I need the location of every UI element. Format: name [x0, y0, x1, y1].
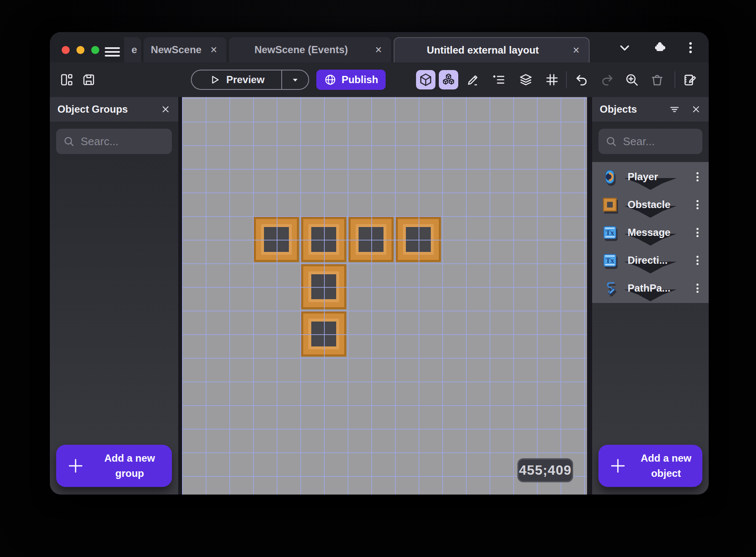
globe-icon [324, 73, 337, 86]
edit-scene-properties-icon[interactable] [682, 71, 699, 88]
tab-label: NewScene [144, 44, 209, 56]
object-groups-list-empty [50, 162, 178, 445]
obstacle-tile-instance[interactable] [254, 217, 299, 262]
caret-down-icon [291, 75, 300, 84]
chevron-down-icon[interactable] [618, 41, 631, 54]
object-row-directions[interactable]: Tx Directi... [592, 246, 709, 274]
search-icon [605, 135, 617, 147]
instance-properties-icon[interactable] [490, 71, 507, 88]
objects-search-input[interactable] [623, 135, 696, 148]
object-name: Directi... [628, 254, 692, 266]
obstacle-tile-instance[interactable] [396, 217, 441, 262]
toolbar: Preview Publish [50, 62, 709, 97]
object-row-player[interactable]: Player [592, 163, 709, 191]
object-name: Message [628, 227, 692, 238]
canvas-grid [182, 97, 587, 495]
preview-button-group: Preview [191, 70, 309, 90]
object-menu-kebab-icon[interactable] [692, 171, 703, 183]
objects-panel-toggle-button[interactable] [416, 70, 435, 89]
add-group-button[interactable]: Add a new group [56, 445, 172, 487]
tab-close-icon[interactable]: × [373, 43, 391, 57]
cube-icon [418, 72, 433, 87]
tab-label: NewScene (Events) [229, 44, 373, 56]
path-painter-icon [602, 281, 617, 296]
play-icon [209, 74, 220, 86]
layers-icon[interactable] [517, 71, 534, 88]
tab-close-icon[interactable]: × [571, 44, 589, 57]
plus-icon [598, 457, 637, 475]
save-icon[interactable] [80, 71, 97, 88]
obstacle-tile-instance[interactable] [301, 264, 346, 309]
close-panel-icon[interactable] [691, 104, 701, 114]
object-menu-kebab-icon[interactable] [692, 199, 703, 211]
object-menu-kebab-icon[interactable] [692, 227, 703, 239]
object-name: Obstacle [628, 199, 692, 211]
add-object-button[interactable]: Add a new object [598, 445, 702, 487]
sort-filter-icon[interactable] [669, 104, 680, 115]
instances-panel-toggle-button[interactable] [439, 70, 458, 89]
object-row-message[interactable]: Tx Message [592, 219, 709, 246]
tab-label: e [128, 44, 141, 56]
cursor-coordinates-badge: 455;409 [517, 458, 573, 482]
publish-button[interactable]: Publish [316, 70, 386, 90]
object-row-obstacle[interactable]: Obstacle [592, 191, 709, 219]
tab-newscene-events[interactable]: NewScene (Events) × [229, 37, 391, 62]
plus-icon [56, 457, 95, 475]
object-menu-kebab-icon[interactable] [692, 282, 703, 295]
tab-label: Untitled external layout [394, 44, 571, 56]
search-box[interactable] [56, 129, 172, 154]
add-group-label: Add a new group [95, 451, 172, 481]
trash-icon[interactable] [649, 71, 666, 88]
search-box[interactable] [598, 129, 702, 154]
obstacle-tile-instance[interactable] [301, 217, 346, 262]
extensions-puzzle-icon[interactable] [653, 40, 667, 54]
object-groups-search-input[interactable] [81, 135, 165, 148]
panel-title: Objects [600, 103, 669, 115]
text-object-icon: Tx [602, 253, 617, 268]
object-menu-kebab-icon[interactable] [692, 254, 703, 267]
add-object-label: Add a new object [637, 451, 702, 481]
gdevelop-window: e NewScene × NewScene (Events) × Untitle… [50, 32, 709, 495]
publish-label: Publish [342, 74, 378, 86]
tab-untitled-external-layout[interactable]: Untitled external layout × [394, 37, 590, 62]
scene-editor-canvas[interactable]: 455;409 [182, 97, 587, 495]
svg-text:Tx: Tx [606, 257, 615, 265]
minimize-window-button[interactable] [76, 46, 84, 54]
objects-header: Objects [592, 97, 709, 122]
obstacle-tile-instance[interactable] [348, 217, 394, 262]
redo-icon[interactable] [599, 71, 616, 88]
obstacle-tile-instance[interactable] [301, 311, 346, 357]
toolbar-divider [566, 71, 567, 88]
text-object-icon: Tx [602, 225, 617, 240]
object-groups-panel: Object Groups [50, 97, 178, 495]
desktop-background: e NewScene × NewScene (Events) × Untitle… [0, 0, 756, 557]
preview-button[interactable]: Preview [192, 70, 281, 89]
preview-label: Preview [226, 74, 265, 86]
cubes-icon [441, 72, 456, 87]
panel-title: Object Groups [57, 103, 160, 115]
obstacle-icon [602, 197, 617, 212]
objects-panel: Objects [592, 97, 709, 495]
zoom-in-icon[interactable] [623, 71, 640, 88]
object-groups-search-area [50, 122, 178, 162]
object-groups-header: Object Groups [50, 97, 178, 122]
svg-text:Tx: Tx [606, 229, 615, 237]
main-menu-icon[interactable] [105, 47, 120, 57]
preview-options-button[interactable] [281, 70, 308, 89]
close-panel-icon[interactable] [160, 104, 171, 114]
objects-list: Player Obstacle [592, 162, 709, 303]
window-menu-kebab-icon[interactable] [689, 41, 692, 55]
grid-icon[interactable] [544, 71, 560, 88]
undo-icon[interactable] [573, 71, 590, 88]
home-panels-icon[interactable] [58, 71, 75, 88]
tab-partial[interactable]: e [124, 37, 141, 62]
tab-newscene[interactable]: NewScene × [144, 37, 226, 62]
close-window-button[interactable] [62, 46, 70, 54]
toolbar-divider [674, 71, 675, 88]
object-name: PathPa... [628, 282, 692, 294]
objects-search-area [592, 122, 709, 162]
edit-pencil-icon[interactable] [465, 71, 481, 88]
object-row-pathpainter[interactable]: PathPa... [592, 274, 709, 302]
tab-close-icon[interactable]: × [209, 43, 226, 57]
maximize-window-button[interactable] [91, 46, 99, 54]
